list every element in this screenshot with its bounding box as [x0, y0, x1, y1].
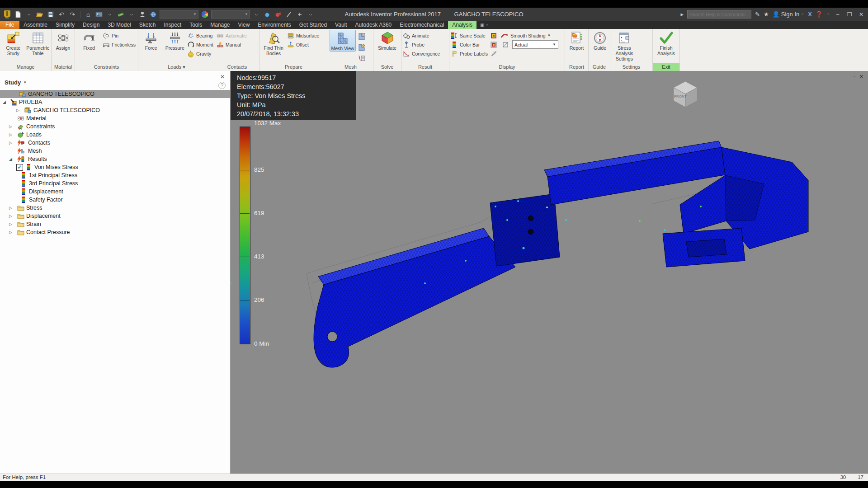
tab-tools[interactable]: Tools	[185, 21, 206, 29]
tree-item-prueba[interactable]: ◢PRUEBA	[0, 98, 230, 106]
material-select[interactable]: ▼	[160, 10, 198, 19]
color-bar-button[interactable]: Color Bar	[451, 41, 488, 48]
tree-item-1st-principal-stress[interactable]: 1st Principal Stress	[0, 171, 230, 179]
sign-in-button[interactable]: 👤​ Sign In ▼	[773, 11, 805, 18]
tree-item-loads[interactable]: ▷Loads	[0, 131, 230, 139]
expand-arrow-icon[interactable]: ▷	[9, 214, 12, 218]
force-button[interactable]: Force	[140, 30, 163, 51]
frictionless-button[interactable]: Frictionless	[103, 41, 136, 48]
tab-analysis[interactable]: Analysis	[448, 21, 476, 29]
tree-item-gancho-telescopico[interactable]: ▷GANCHO TELESCOPICO	[0, 106, 230, 114]
restore-button[interactable]: ❐	[845, 11, 854, 18]
bearing-button[interactable]: Bearing	[187, 32, 213, 39]
create-study-button[interactable]: Create Study	[1, 30, 25, 56]
tab-inspect[interactable]: Inspect	[160, 21, 185, 29]
assign-button[interactable]: Assign	[53, 30, 73, 51]
smooth-shading-dropdown[interactable]: Smooth Shading▼	[500, 32, 551, 40]
same-scale-button[interactable]: Same Scale	[451, 32, 488, 39]
feather-button[interactable]	[489, 49, 499, 58]
expand-arrow-icon[interactable]: ▸	[680, 11, 684, 18]
tab-3d-model[interactable]: 3D Model	[104, 21, 135, 29]
undo-button[interactable]: ↶	[57, 10, 66, 19]
tree-item-displacement[interactable]: Displacement	[0, 188, 230, 196]
save-button[interactable]	[46, 10, 55, 19]
find-thin-bodies-button[interactable]: Find Thin Bodies	[261, 30, 286, 56]
exchange-apps-icon[interactable]: X	[808, 11, 812, 18]
tab-file[interactable]: File	[0, 21, 19, 29]
convergence-button[interactable]: Convergence	[403, 50, 440, 57]
midsurface-button[interactable]: Midsurface	[287, 32, 319, 39]
droplet-blue-button[interactable]	[263, 10, 272, 19]
fixed-button[interactable]: Fixed	[76, 30, 102, 51]
moment-button[interactable]: Moment	[187, 41, 213, 48]
help-chevron-icon[interactable]: ▼	[826, 12, 830, 16]
offset-button[interactable]: Offset	[287, 41, 319, 48]
tree-item-strain[interactable]: ▷Strain	[0, 220, 230, 228]
open-folder-button[interactable]	[35, 10, 44, 19]
droplet-red-button[interactable]	[274, 10, 283, 19]
simulate-button[interactable]: Simulate	[375, 30, 400, 51]
probe-labels-button[interactable]: Probe Labels	[451, 50, 488, 57]
appearance-select[interactable]: ▼	[211, 10, 250, 19]
browser-help-icon[interactable]: ?	[218, 82, 226, 89]
tab-vault[interactable]: Vault	[331, 21, 351, 29]
animate-button[interactable]: Animate	[403, 32, 440, 39]
expand-arrow-icon[interactable]: ▷	[9, 206, 12, 210]
doc-minimize-icon[interactable]: —	[844, 74, 849, 80]
home-button[interactable]: ⌂	[84, 10, 93, 19]
visibility-checkbox[interactable]: ✓	[16, 164, 23, 171]
tree-item-3rd-principal-stress[interactable]: 3rd Principal Stress	[0, 179, 230, 188]
contour-2-button[interactable]	[489, 40, 499, 49]
collapse-arrow-icon[interactable]: ◢	[9, 157, 12, 161]
help-icon[interactable]: ❓	[816, 11, 823, 18]
ribbon-display-toggle[interactable]: ▣▼	[476, 21, 489, 29]
expand-arrow-icon[interactable]: ▷	[9, 141, 12, 145]
tab-sketch[interactable]: Sketch	[135, 21, 160, 29]
stylus-button[interactable]	[284, 10, 293, 19]
mesh-small-3-button[interactable]	[357, 53, 367, 63]
expand-arrow-icon[interactable]: ▷	[9, 132, 12, 137]
browser-close-icon[interactable]: ✕	[220, 74, 225, 80]
plus-button[interactable]	[295, 10, 304, 19]
pressure-button[interactable]: Pressure	[164, 30, 187, 51]
appearance-globe-button[interactable]	[149, 10, 158, 19]
probe-button[interactable]: Probe	[403, 41, 440, 48]
send-feedback-icon[interactable]: ✎	[755, 11, 760, 18]
graphics-viewport[interactable]: Nodes:99517Elements:56027Type: Von Mises…	[231, 71, 868, 474]
color-wheel-button[interactable]	[200, 10, 209, 19]
tree-item-safety-factor[interactable]: Safety Factor	[0, 196, 230, 204]
group-label-loads[interactable]: Loads ▾	[138, 63, 215, 71]
pin-button[interactable]: Pin	[103, 32, 136, 39]
minimize-button[interactable]: –	[834, 11, 842, 18]
doc-restore-icon[interactable]: ▫	[854, 74, 855, 80]
tree-item-von-mises-stress[interactable]: ✓Von Mises Stress	[0, 163, 230, 171]
finish-analysis-button[interactable]: Finish Analysis	[654, 30, 678, 56]
guide-button[interactable]: Guide	[590, 30, 610, 51]
tab-environments[interactable]: Environments	[254, 21, 295, 29]
new-file-button[interactable]	[14, 10, 23, 19]
tab-autodesk-a360[interactable]: Autodesk A360	[351, 21, 396, 29]
gravity-button[interactable]: Gravity	[187, 50, 213, 57]
chevron-down-icon[interactable]	[24, 10, 33, 19]
chevron-down-icon[interactable]	[105, 10, 114, 19]
outline-box-button[interactable]	[500, 40, 510, 49]
tab-simplify[interactable]: Simplify	[52, 21, 79, 29]
contour-1-button[interactable]	[489, 31, 499, 40]
tree-item-contacts[interactable]: ▷Contacts	[0, 139, 230, 147]
tab-electromechanical[interactable]: Electromechanical	[396, 21, 448, 29]
tree-item-contact-pressure[interactable]: ▷Contact Pressure	[0, 228, 230, 236]
chevron-down-icon[interactable]	[127, 10, 136, 19]
tree-item-gancho-telescopico[interactable]: GANCHO TELESCOPICO	[0, 90, 230, 98]
chevron-down-icon[interactable]	[252, 10, 261, 19]
doc-close-icon[interactable]: ✕	[859, 74, 863, 80]
mesh-small-1-button[interactable]	[357, 32, 367, 41]
tab-get-started[interactable]: Get Started	[295, 21, 331, 29]
search-input[interactable]	[687, 10, 751, 19]
stress-analysis-settings-button[interactable]: Stress Analysis Settings	[612, 30, 637, 61]
manual-button[interactable]: Manual	[217, 41, 247, 48]
parametric-table-button[interactable]: Parametric Table	[26, 30, 50, 56]
browser-header[interactable]: Study ▼	[5, 79, 27, 86]
collapse-arrow-icon[interactable]: ◢	[3, 100, 6, 104]
expand-arrow-icon[interactable]: ▷	[9, 124, 12, 129]
chevron-down-icon[interactable]	[306, 10, 315, 19]
